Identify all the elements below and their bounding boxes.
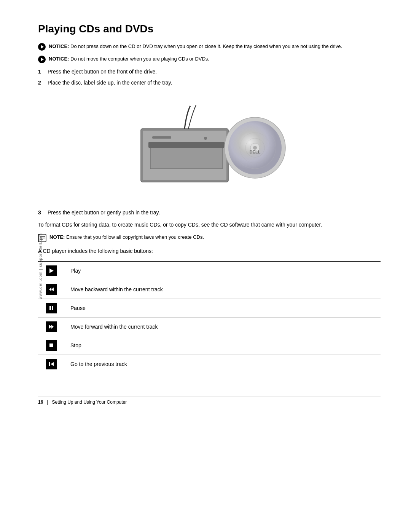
svg-point-9 <box>253 146 257 150</box>
svg-rect-21 <box>49 306 51 310</box>
step-3: 3 Press the eject button or gently push … <box>38 209 381 217</box>
steps-list: 1 Press the eject button on the front of… <box>38 68 381 87</box>
paragraph-1: To format CDs for storing data, to creat… <box>38 220 381 229</box>
notice-text-2: NOTICE: Do not move the computer when yo… <box>49 55 209 63</box>
step-3-num: 3 <box>38 209 48 217</box>
play-icon <box>46 265 57 276</box>
cd-drive-image-area: DELL <box>38 98 381 197</box>
footer-page-num: 16 <box>38 399 43 405</box>
pause-icon <box>46 303 57 313</box>
svg-marker-20 <box>51 288 54 291</box>
svg-marker-24 <box>51 325 54 329</box>
pause-label: Pause <box>70 305 86 311</box>
step-2-text: Place the disc, label side up, in the ce… <box>48 79 172 87</box>
svg-marker-23 <box>49 325 51 329</box>
svg-rect-25 <box>49 343 53 347</box>
notice-block-1: NOTICE: Do not press down on the CD or D… <box>38 43 381 51</box>
page-container: www.dell.com | support.dell.com Playing … <box>0 0 411 532</box>
notice-text-1: NOTICE: Do not press down on the CD or D… <box>49 43 342 50</box>
notice-body-2: Do not move the computer when you are pl… <box>70 56 209 62</box>
note-text: NOTE: Ensure that you follow all copyrig… <box>49 233 204 241</box>
buttons-table: Play Move backward within the current tr… <box>38 262 381 373</box>
icon-cell-prev <box>38 355 65 373</box>
svg-point-4 <box>204 137 207 140</box>
svg-marker-27 <box>51 362 54 366</box>
icon-cell-stop <box>38 336 65 355</box>
table-row: Move forward within the current track <box>38 317 381 336</box>
label-rewind: Move backward within the current track <box>65 280 381 299</box>
step-2: 2 Place the disc, label side up, in the … <box>38 79 381 87</box>
page-title: Playing CDs and DVDs <box>38 23 381 35</box>
table-row: Move backward within the current track <box>38 280 381 299</box>
stop-icon <box>46 340 57 351</box>
svg-rect-26 <box>49 362 50 366</box>
svg-rect-3 <box>150 148 223 169</box>
svg-marker-19 <box>49 288 51 291</box>
notice-label-2: NOTICE: <box>49 56 69 62</box>
step-1-text: Press the eject button on the front of t… <box>48 68 157 76</box>
footer: 16 | Setting Up and Using Your Computer <box>38 399 381 405</box>
table-row: Go to the previous track <box>38 355 381 373</box>
rewind-label: Move backward within the current track <box>70 286 163 292</box>
note-label: NOTE: <box>49 234 65 240</box>
step-1-num: 1 <box>38 68 48 76</box>
label-fastforward: Move forward within the current track <box>65 317 381 336</box>
footer-label: Setting Up and Using Your Computer <box>52 399 127 405</box>
notice-label-1: NOTICE: <box>49 43 69 49</box>
step-3-list: 3 Press the eject button or gently push … <box>38 209 381 217</box>
svg-rect-22 <box>52 306 53 310</box>
notice-arrow-1 <box>41 45 44 49</box>
paragraph-2: A CD player includes the following basic… <box>38 247 381 255</box>
svg-text:DELL: DELL <box>250 150 261 154</box>
step-1: 1 Press the eject button on the front of… <box>38 68 381 76</box>
icon-cell-fastforward <box>38 317 65 336</box>
prev-track-label: Go to the previous track <box>70 361 127 367</box>
label-pause: Pause <box>65 299 381 317</box>
note-block: NOTE: Ensure that you follow all copyrig… <box>38 233 381 242</box>
svg-rect-2 <box>148 142 225 148</box>
fast-forward-icon <box>46 321 57 332</box>
table-row: Stop <box>38 336 381 355</box>
label-play: Play <box>65 262 381 280</box>
stop-label: Stop <box>70 342 81 348</box>
table-row: Play <box>38 262 381 280</box>
table-row: Pause <box>38 299 381 317</box>
prev-track-icon <box>46 359 57 369</box>
icon-cell-pause <box>38 299 65 317</box>
notice-arrow-2 <box>41 58 44 61</box>
notice-body-1: Do not press down on the CD or DVD tray … <box>70 43 342 49</box>
label-stop: Stop <box>65 336 381 355</box>
notice-icon-2 <box>38 56 46 63</box>
svg-rect-5 <box>152 136 171 139</box>
svg-marker-18 <box>49 268 54 273</box>
side-watermark: www.dell.com | support.dell.com <box>38 233 43 299</box>
footer-separator: | <box>47 399 48 405</box>
fast-forward-label: Move forward within the current track <box>70 324 158 330</box>
cd-drive-svg: DELL <box>129 98 289 197</box>
notice-icon-1 <box>38 43 46 51</box>
note-body: Ensure that you follow all copyright law… <box>66 234 204 240</box>
step-3-text: Press the eject button or gently push in… <box>48 209 160 217</box>
footer-divider <box>38 396 381 396</box>
play-label: Play <box>70 268 81 274</box>
step-2-num: 2 <box>38 79 48 87</box>
label-prev: Go to the previous track <box>65 355 381 373</box>
rewind-icon <box>46 284 57 295</box>
notice-block-2: NOTICE: Do not move the computer when yo… <box>38 55 381 63</box>
